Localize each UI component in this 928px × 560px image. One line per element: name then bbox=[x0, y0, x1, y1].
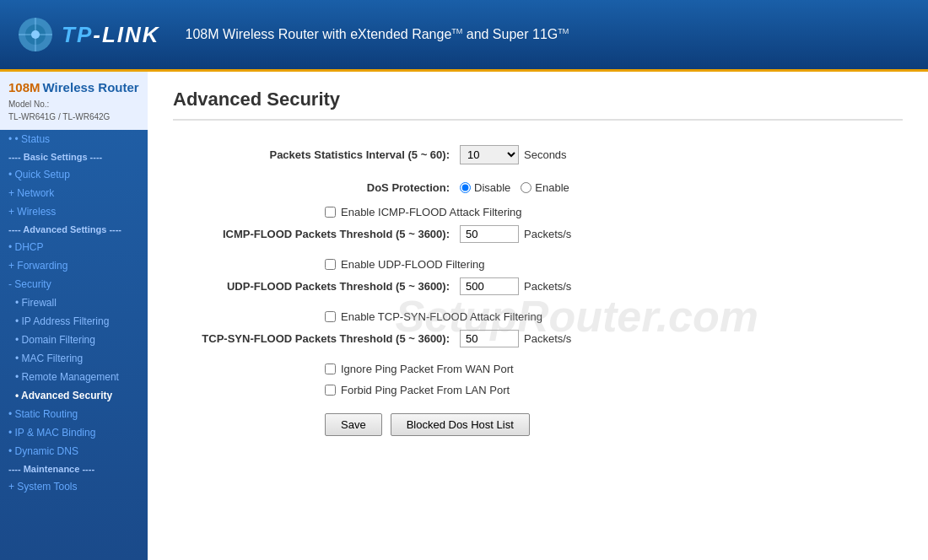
sidebar-section-advanced: ---- Advanced Settings ---- bbox=[0, 221, 148, 238]
packets-stats-label: Packets Statistics Interval (5 ~ 60): bbox=[173, 148, 460, 161]
tcp-flood-input[interactable] bbox=[460, 330, 519, 347]
dos-enable-radio-label[interactable]: Enable bbox=[521, 181, 569, 194]
sidebar-item-quick-setup[interactable]: • Quick Setup bbox=[0, 165, 148, 184]
dos-disable-text: Disable bbox=[474, 181, 510, 194]
ignore-ping-wan-row: Ignore Ping Packet From WAN Port bbox=[325, 363, 903, 375]
sidebar-item-dhcp[interactable]: • DHCP bbox=[0, 238, 148, 256]
sidebar-item-remote-management[interactable]: • Remote Management bbox=[0, 368, 148, 386]
dos-protection-row: DoS Protection: Disable Enable bbox=[173, 178, 903, 197]
sidebar-item-dynamic-dns[interactable]: • Dynamic DNS bbox=[0, 442, 148, 460]
tcp-flood-checkbox-row: Enable TCP-SYN-FLOOD Attack Filtering bbox=[325, 310, 903, 323]
model-numbers: TL-WR641G / TL-WR642G bbox=[8, 110, 139, 123]
icmp-flood-checkbox[interactable] bbox=[325, 207, 336, 218]
udp-flood-control: Packets/s bbox=[460, 277, 571, 295]
sidebar-section-basic: ---- Basic Settings ---- bbox=[0, 148, 148, 165]
icmp-flood-input[interactable] bbox=[460, 225, 519, 243]
dos-protection-label: DoS Protection: bbox=[173, 181, 460, 194]
udp-flood-unit: Packets/s bbox=[524, 280, 571, 293]
tcp-flood-check-label: Enable TCP-SYN-FLOOD Attack Filtering bbox=[341, 310, 542, 323]
sidebar-item-advanced-security[interactable]: • Advanced Security bbox=[0, 386, 148, 405]
udp-flood-threshold-label: UDP-FLOOD Packets Threshold (5 ~ 3600): bbox=[173, 280, 460, 293]
udp-flood-checkbox[interactable] bbox=[325, 259, 336, 270]
forbid-ping-lan-checkbox[interactable] bbox=[325, 385, 336, 396]
tcp-flood-threshold-row: TCP-SYN-FLOOD Packets Threshold (5 ~ 360… bbox=[173, 326, 903, 351]
sidebar-item-system-tools[interactable]: + System Tools bbox=[0, 477, 148, 496]
dos-disable-radio[interactable] bbox=[460, 182, 471, 193]
udp-flood-threshold-row: UDP-FLOOD Packets Threshold (5 ~ 3600): … bbox=[173, 274, 903, 299]
dos-enable-text: Enable bbox=[535, 181, 569, 194]
sidebar-item-wireless[interactable]: + Wireless bbox=[0, 202, 148, 221]
icmp-flood-threshold-row: ICMP-FLOOD Packets Threshold (5 ~ 3600):… bbox=[173, 222, 903, 246]
packets-stats-unit: Seconds bbox=[524, 148, 567, 161]
ignore-ping-wan-label: Ignore Ping Packet From WAN Port bbox=[341, 363, 514, 375]
udp-flood-checkbox-row: Enable UDP-FLOOD Filtering bbox=[325, 258, 903, 271]
header: TP-LINK 108M Wireless Router with eXtend… bbox=[0, 0, 928, 72]
tcp-flood-threshold-label: TCP-SYN-FLOOD Packets Threshold (5 ~ 360… bbox=[173, 332, 460, 345]
tp-link-icon bbox=[17, 16, 55, 54]
ignore-ping-wan-checkbox[interactable] bbox=[325, 363, 336, 374]
sidebar-item-mac-filtering[interactable]: • MAC Filtering bbox=[0, 349, 148, 368]
packets-stats-select[interactable]: 10 bbox=[460, 145, 519, 164]
dos-protection-control: Disable Enable bbox=[460, 181, 569, 194]
udp-flood-input[interactable] bbox=[460, 277, 519, 295]
sidebar-item-status[interactable]: • • Status bbox=[0, 130, 148, 148]
icmp-flood-control: Packets/s bbox=[460, 225, 571, 243]
model-wireless: Wireless Router bbox=[43, 80, 139, 94]
udp-flood-check-label: Enable UDP-FLOOD Filtering bbox=[341, 258, 485, 271]
main-content: Advanced Security SetupRouter.com Packet… bbox=[148, 72, 928, 560]
forbid-ping-lan-label: Forbid Ping Packet From LAN Port bbox=[341, 384, 510, 396]
sidebar-item-security[interactable]: - Security bbox=[0, 275, 148, 293]
header-tagline: 108M Wireless Router with eXtended Range… bbox=[186, 27, 569, 42]
sidebar: 108M Wireless Router Model No.: TL-WR641… bbox=[0, 72, 148, 560]
sidebar-item-ip-filtering[interactable]: • IP Address Filtering bbox=[0, 312, 148, 331]
model-label: Model No.: bbox=[8, 98, 139, 110]
logo-text: TP-LINK bbox=[62, 22, 160, 48]
save-button[interactable]: Save bbox=[325, 413, 382, 436]
sidebar-section-maintenance: ---- Maintenance ---- bbox=[0, 460, 148, 477]
model-108m: 108M bbox=[8, 80, 40, 94]
sidebar-item-firewall[interactable]: • Firewall bbox=[0, 293, 148, 312]
logo-area: TP-LINK bbox=[17, 16, 160, 54]
blocked-dos-host-list-button[interactable]: Blocked Dos Host List bbox=[391, 413, 530, 436]
icmp-flood-checkbox-row: Enable ICMP-FLOOD Attack Filtering bbox=[325, 206, 903, 218]
sidebar-item-network[interactable]: + Network bbox=[0, 184, 148, 202]
sidebar-item-forwarding[interactable]: + Forwarding bbox=[0, 256, 148, 275]
dos-disable-radio-label[interactable]: Disable bbox=[460, 181, 510, 194]
layout: 108M Wireless Router Model No.: TL-WR641… bbox=[0, 72, 928, 560]
packets-stats-row: Packets Statistics Interval (5 ~ 60): 10… bbox=[173, 142, 903, 168]
tcp-flood-checkbox[interactable] bbox=[325, 311, 336, 322]
sidebar-item-ip-mac-binding[interactable]: • IP & MAC Binding bbox=[0, 423, 148, 442]
dos-enable-radio[interactable] bbox=[521, 182, 531, 193]
button-row: Save Blocked Dos Host List bbox=[325, 413, 903, 436]
sidebar-model-info: 108M Wireless Router Model No.: TL-WR641… bbox=[0, 72, 148, 130]
sidebar-item-static-routing[interactable]: • Static Routing bbox=[0, 405, 148, 423]
icmp-flood-unit: Packets/s bbox=[524, 228, 571, 240]
packets-stats-control: 10 Seconds bbox=[460, 145, 567, 164]
sidebar-item-domain-filtering[interactable]: • Domain Filtering bbox=[0, 331, 148, 349]
tcp-flood-control: Packets/s bbox=[460, 330, 571, 347]
icmp-flood-check-label: Enable ICMP-FLOOD Attack Filtering bbox=[341, 206, 522, 218]
icmp-flood-threshold-label: ICMP-FLOOD Packets Threshold (5 ~ 3600): bbox=[173, 228, 460, 240]
forbid-ping-lan-row: Forbid Ping Packet From LAN Port bbox=[325, 384, 903, 396]
page-title: Advanced Security bbox=[173, 89, 903, 121]
tcp-flood-unit: Packets/s bbox=[524, 332, 571, 345]
